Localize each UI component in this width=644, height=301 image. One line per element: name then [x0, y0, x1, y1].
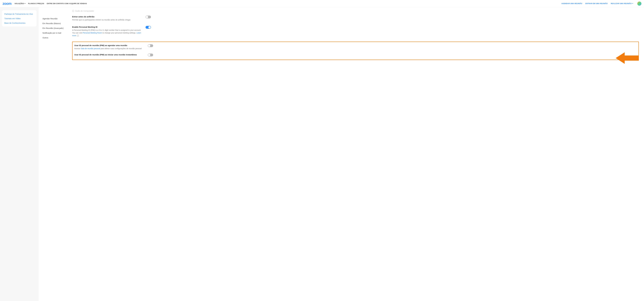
nav-plans[interactable]: PLANOS E PREÇOS [28, 2, 44, 4]
setting-title: Entrar antes do anfitrião [72, 15, 142, 18]
link-personal-meeting-room[interactable]: Personal Meeting Room [83, 32, 102, 34]
toggle-knob [146, 16, 148, 18]
highlight-box: Usar ID pessoal de reunião (PMI) ao agen… [72, 41, 639, 60]
link-personal-room[interactable]: Sala de reunião pessoal [81, 47, 100, 49]
toggle-knob [148, 44, 150, 47]
desc-part: Acesse [74, 47, 81, 49]
nav-solutions-label: SOLUÇÕES [14, 2, 24, 4]
nav-schedule-meeting[interactable]: AGENDAR UMA REUNIÃO [561, 2, 582, 4]
snav-email[interactable]: Notificação por e-mail [42, 30, 71, 35]
chevron-down-icon [24, 3, 26, 4]
setting-use-pmi-schedule: Usar ID pessoal de reunião (PMI) ao agen… [74, 44, 637, 50]
setting-join-before-host: Entrar antes do anfitrião Permite que os… [72, 15, 639, 21]
arrow-annotation [616, 51, 639, 65]
snav-other[interactable]: Outros [42, 35, 71, 40]
svg-marker-0 [616, 52, 639, 64]
snav-in-basic[interactable]: Em Reunião (Básico) [42, 21, 71, 26]
desc-part: to change your personal meeting settings… [102, 32, 136, 34]
setting-title: Usar ID pessoal de reunião (PMI) ao agen… [74, 44, 144, 46]
avatar[interactable] [637, 1, 642, 6]
nav-host-label: REALIZAR UMA REUNIÃO [611, 2, 632, 4]
top-header: zoom SOLUÇÕES PLANOS E PREÇOS ENTRE EM C… [0, 0, 644, 7]
radio-label: Áudio do Computador [75, 10, 94, 12]
setting-title: Usar ID pessoal de reunião (PMI) ao inic… [74, 53, 144, 56]
nav-solutions[interactable]: SOLUÇÕES [14, 2, 26, 4]
sidebar-link-training[interactable]: Participe do Treinamento Ao Vivo [4, 13, 34, 15]
setting-desc: Permite que os participantes entrem na r… [72, 18, 142, 21]
chevron-down-icon [632, 3, 633, 4]
nav-host-meeting[interactable]: REALIZAR UMA REUNIÃO [611, 2, 633, 4]
external-link-icon: ↗ [77, 35, 79, 36]
nav-join-meeting[interactable]: ENTRAR EM UMA REUNIÃO [585, 2, 608, 4]
radio-computer-audio: Áudio do Computador [72, 10, 639, 12]
nav-contact-sales[interactable]: ENTRE EM CONTATO COM A EQUIPE DE VENDAS [47, 2, 87, 4]
snav-schedule[interactable]: Agendar Reunião [42, 16, 71, 21]
sidebar-link-kb[interactable]: Base de Conhecimentos [4, 22, 34, 24]
toggle-enable-pmi[interactable] [146, 26, 151, 29]
arrow-left-icon [616, 51, 639, 65]
setting-text: Usar ID pessoal de reunião (PMI) ao agen… [74, 44, 144, 50]
setting-use-pmi-instant: Usar ID pessoal de reunião (PMI) ao inic… [74, 53, 637, 56]
toggle-use-pmi-schedule[interactable] [148, 44, 153, 47]
setting-text: Usar ID pessoal de reunião (PMI) ao inic… [74, 53, 144, 56]
body-wrap: Participe do Treinamento Ao Vivo Tutoria… [0, 7, 644, 301]
sidebar-help-card: Participe do Treinamento Ao Vivo Tutoria… [2, 10, 36, 27]
toggle-join-before-host[interactable] [146, 15, 151, 18]
settings-nav: Agendar Reunião Em Reunião (Básico) Em R… [39, 8, 72, 297]
radio-icon [72, 10, 74, 12]
setting-desc: Acesse Sala de reunião pessoal para alte… [74, 47, 144, 50]
sidebar-link-tutorials[interactable]: Tutoriais em Vídeo [4, 17, 34, 19]
toggle-knob [148, 54, 150, 56]
desc-part: para alterar suas configurações de reuni… [100, 47, 142, 49]
toggle-knob [148, 26, 151, 28]
setting-text: Enable Personal Meeting ID A Personal Me… [72, 26, 142, 37]
settings-content: Áudio do Computador Entrar antes do anfi… [72, 8, 644, 297]
setting-text: Entrar antes do anfitrião Permite que os… [72, 15, 142, 21]
main-panel: Agendar Reunião Em Reunião (Básico) Em R… [39, 7, 644, 301]
setting-title: Enable Personal Meeting ID [72, 26, 142, 28]
setting-desc: A Personal Meeting ID (PMI) is a 9 to 11… [72, 29, 142, 37]
toggle-use-pmi-instant[interactable] [148, 53, 153, 56]
nav-right: AGENDAR UMA REUNIÃO ENTRAR EM UMA REUNIÃ… [561, 1, 642, 6]
setting-enable-pmi: Enable Personal Meeting ID A Personal Me… [72, 26, 639, 37]
sidebar: Participe do Treinamento Ao Vivo Tutoria… [0, 7, 39, 301]
zoom-logo[interactable]: zoom [2, 1, 12, 6]
snav-in-advanced[interactable]: Em Reunião (Avançado) [42, 26, 71, 30]
nav-left: SOLUÇÕES PLANOS E PREÇOS ENTRE EM CONTAT… [14, 2, 87, 4]
